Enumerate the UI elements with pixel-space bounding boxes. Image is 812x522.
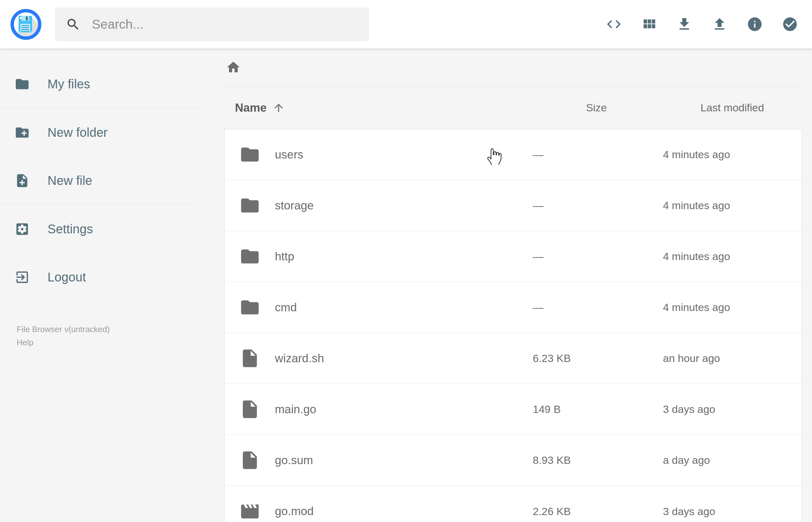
sidebar-item-my-files[interactable]: My files bbox=[0, 60, 199, 108]
file-modified: an hour ago bbox=[661, 352, 801, 364]
logout-icon bbox=[15, 269, 30, 285]
file-icon bbox=[239, 399, 260, 420]
breadcrumb bbox=[199, 48, 812, 86]
search-icon bbox=[66, 17, 81, 32]
code-icon bbox=[606, 16, 622, 33]
content-area: My files New folder New file Settings Lo… bbox=[0, 48, 812, 522]
file-modified: 3 days ago bbox=[661, 403, 801, 416]
grid-view-icon bbox=[641, 16, 657, 33]
file-size: 8.93 KB bbox=[532, 454, 661, 466]
file-size: 2.26 KB bbox=[532, 505, 661, 518]
sidebar-item-new-file[interactable]: New file bbox=[0, 157, 199, 205]
upload-icon bbox=[711, 16, 728, 33]
check-circle-icon bbox=[782, 16, 798, 33]
help-link[interactable]: Help bbox=[17, 338, 33, 347]
file-modified: 3 days ago bbox=[661, 505, 801, 518]
file-name-cell: wizard.sh bbox=[225, 348, 532, 369]
home-icon bbox=[226, 60, 241, 75]
sidebar-footer: File Browser v(untracked) Help bbox=[0, 324, 199, 348]
sidebar-item-label: My files bbox=[47, 77, 90, 91]
sort-by-name-header[interactable]: Name bbox=[224, 101, 531, 115]
settings-icon bbox=[15, 221, 30, 237]
file-size: — bbox=[532, 148, 661, 161]
new-file-icon bbox=[15, 173, 30, 188]
sort-by-modified-header[interactable]: Last modified bbox=[661, 102, 802, 114]
switch-view-button[interactable] bbox=[641, 16, 657, 33]
file-listing-area: Name Size Last modified users — 4 minute… bbox=[199, 48, 812, 522]
download-button[interactable] bbox=[676, 16, 692, 33]
search-input[interactable] bbox=[92, 17, 360, 32]
folder-icon bbox=[239, 297, 260, 318]
sort-by-size-header[interactable]: Size bbox=[531, 102, 661, 114]
file-name: wizard.sh bbox=[275, 352, 324, 365]
file-row[interactable]: main.go 149 B 3 days ago bbox=[225, 384, 801, 435]
floppy-disk-logo-icon bbox=[10, 8, 42, 40]
sidebar-item-label: Settings bbox=[47, 222, 93, 236]
folder-icon bbox=[15, 76, 30, 92]
file-size: 6.23 KB bbox=[532, 352, 661, 364]
file-row[interactable]: cmd — 4 minutes ago bbox=[225, 282, 801, 333]
file-name-cell: http bbox=[225, 246, 532, 267]
sidebar: My files New folder New file Settings Lo… bbox=[0, 48, 199, 522]
folder-icon bbox=[239, 144, 260, 165]
file-modified: 4 minutes ago bbox=[661, 250, 801, 263]
column-name-label: Name bbox=[235, 101, 267, 115]
file-row[interactable]: wizard.sh 6.23 KB an hour ago bbox=[225, 333, 801, 384]
file-modified: 4 minutes ago bbox=[661, 301, 801, 314]
arrow-upward-icon bbox=[272, 102, 285, 114]
file-row[interactable]: go.mod 2.26 KB 3 days ago bbox=[225, 486, 801, 522]
new-folder-icon bbox=[15, 125, 30, 140]
file-name: storage bbox=[275, 199, 313, 212]
breadcrumb-home-button[interactable] bbox=[226, 60, 241, 75]
file-icon bbox=[239, 450, 260, 471]
file-name-cell: cmd bbox=[225, 297, 532, 318]
listing-header: Name Size Last modified bbox=[224, 86, 802, 129]
sidebar-item-label: New file bbox=[47, 174, 92, 188]
file-size: — bbox=[532, 250, 661, 263]
file-size: 149 B bbox=[532, 403, 661, 416]
file-name: users bbox=[275, 148, 303, 161]
upload-button[interactable] bbox=[711, 16, 728, 33]
header-toolbar bbox=[606, 16, 798, 33]
app-logo[interactable] bbox=[10, 8, 42, 40]
file-name: go.sum bbox=[275, 454, 313, 467]
file-row[interactable]: go.sum 8.93 KB a day ago bbox=[225, 435, 801, 486]
app-version: File Browser v(untracked) bbox=[17, 324, 199, 335]
sidebar-item-label: Logout bbox=[47, 270, 86, 284]
folder-icon bbox=[239, 195, 260, 216]
file-modified: a day ago bbox=[661, 454, 801, 466]
file-name-cell: storage bbox=[225, 195, 532, 216]
file-modified: 4 minutes ago bbox=[661, 148, 801, 161]
file-name-cell: go.sum bbox=[225, 450, 532, 471]
info-button[interactable] bbox=[747, 16, 763, 33]
file-name-cell: main.go bbox=[225, 399, 532, 420]
file-name: http bbox=[275, 250, 295, 263]
sidebar-item-new-folder[interactable]: New folder bbox=[0, 108, 199, 157]
file-size: — bbox=[532, 199, 661, 212]
file-row[interactable]: http — 4 minutes ago bbox=[225, 231, 801, 282]
file-icon bbox=[239, 348, 260, 369]
filebrowser-app: { "app": { "name": "File Browser" }, "co… bbox=[0, 0, 812, 522]
file-name-cell: go.mod bbox=[225, 501, 532, 522]
file-row[interactable]: users — 4 minutes ago bbox=[225, 129, 801, 180]
movie-icon bbox=[239, 501, 260, 522]
file-row[interactable]: storage — 4 minutes ago bbox=[225, 180, 801, 231]
sidebar-item-settings[interactable]: Settings bbox=[0, 205, 199, 253]
select-multiple-button[interactable] bbox=[782, 16, 798, 33]
file-listing: users — 4 minutes ago storage — 4 minute… bbox=[224, 129, 802, 522]
info-icon bbox=[747, 16, 763, 33]
sidebar-item-logout[interactable]: Logout bbox=[0, 253, 199, 301]
file-name: main.go bbox=[275, 403, 317, 416]
file-modified: 4 minutes ago bbox=[661, 199, 801, 212]
sidebar-item-label: New folder bbox=[47, 125, 107, 140]
file-name: go.mod bbox=[275, 505, 313, 518]
shell-button[interactable] bbox=[606, 16, 622, 33]
file-name: cmd bbox=[275, 301, 297, 314]
top-header bbox=[0, 0, 812, 48]
download-icon bbox=[676, 16, 692, 33]
folder-icon bbox=[239, 246, 260, 267]
search-bar[interactable] bbox=[55, 7, 369, 41]
file-size: — bbox=[532, 301, 661, 314]
file-name-cell: users bbox=[225, 144, 532, 165]
